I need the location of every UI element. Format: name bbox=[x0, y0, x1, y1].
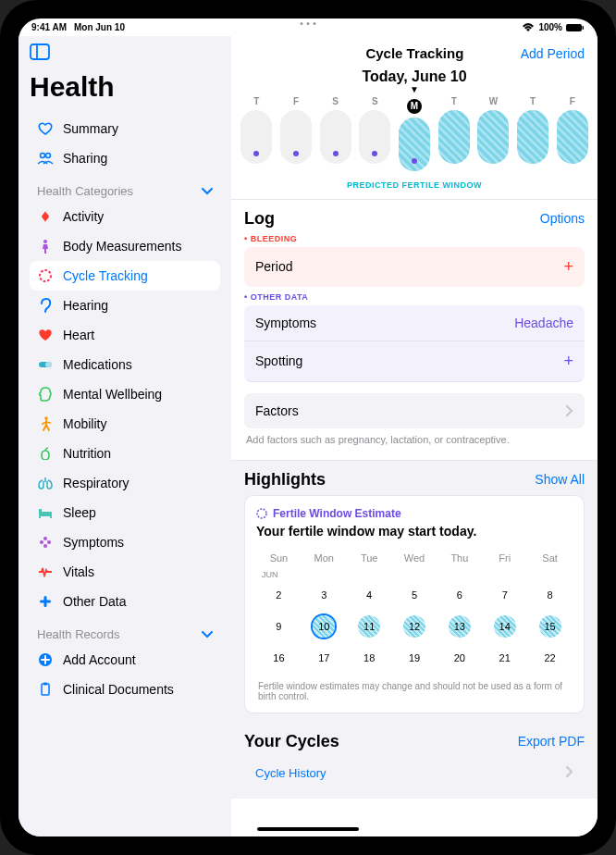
category-icon bbox=[37, 415, 54, 432]
calendar-day-cell[interactable]: 14 bbox=[482, 611, 527, 642]
calendar-day: 2 bbox=[267, 584, 290, 606]
calendar-day-cell[interactable]: 16 bbox=[256, 642, 302, 674]
sidebar-item-symptoms[interactable]: Symptoms bbox=[30, 527, 220, 557]
sidebar: Health Summary Sharing Health Categories bbox=[18, 36, 231, 836]
calendar-day-cell[interactable]: 20 bbox=[437, 642, 482, 674]
cycle-dot bbox=[372, 151, 377, 156]
week-day-cell[interactable]: T bbox=[434, 96, 474, 171]
export-pdf-button[interactable]: Export PDF bbox=[518, 734, 585, 749]
calendar-day-cell[interactable]: 17 bbox=[302, 642, 347, 674]
log-factors-row[interactable]: Factors bbox=[244, 393, 585, 428]
sidebar-item-label: Summary bbox=[63, 121, 118, 136]
health-categories-header[interactable]: Health Categories bbox=[30, 173, 220, 202]
cycle-dot bbox=[293, 151, 299, 156]
sidebar-item-vitals[interactable]: Vitals bbox=[30, 557, 220, 587]
show-all-button[interactable]: Show All bbox=[535, 472, 585, 487]
battery-icon bbox=[566, 23, 585, 32]
sidebar-item-mental-wellbeing[interactable]: Mental Wellbeing bbox=[30, 379, 220, 409]
log-options-button[interactable]: Options bbox=[540, 211, 585, 226]
calendar-day-cell[interactable]: 2 bbox=[256, 579, 302, 611]
add-period-button[interactable]: Add Period bbox=[521, 46, 585, 61]
day-letter: W bbox=[474, 96, 513, 106]
sidebar-item-medications[interactable]: Medications bbox=[30, 350, 220, 379]
sidebar-item-cycle-tracking[interactable]: Cycle Tracking bbox=[30, 261, 220, 291]
home-indicator[interactable] bbox=[257, 827, 359, 831]
sidebar-item-heart[interactable]: Heart bbox=[30, 320, 220, 350]
highlights-title: Highlights bbox=[244, 470, 326, 489]
calendar-day-cell[interactable]: 19 bbox=[392, 642, 437, 674]
calendar-day-cell[interactable]: 9 bbox=[256, 611, 302, 642]
sidebar-item-other-data[interactable]: Other Data bbox=[30, 587, 220, 616]
calendar-day-cell[interactable]: 22 bbox=[527, 642, 573, 674]
week-day-cell[interactable]: W bbox=[474, 96, 513, 171]
sidebar-toggle-icon[interactable] bbox=[30, 43, 220, 60]
calendar-day: 22 bbox=[539, 647, 561, 669]
health-records-header[interactable]: Health Records bbox=[30, 616, 220, 645]
day-letter: S bbox=[355, 96, 395, 106]
day-letter: S bbox=[315, 96, 355, 106]
svg-rect-0 bbox=[566, 24, 582, 31]
calendar-row: 16171819202122 bbox=[256, 642, 573, 674]
sidebar-item-label: Mobility bbox=[63, 416, 106, 431]
calendar-day-cell[interactable]: 4 bbox=[347, 579, 392, 611]
sidebar-item-sleep[interactable]: Sleep bbox=[30, 498, 220, 527]
heart-outline-icon bbox=[37, 120, 54, 137]
calendar-day: 16 bbox=[267, 647, 290, 669]
category-icon bbox=[37, 356, 54, 373]
week-day-cell[interactable]: S bbox=[315, 96, 355, 171]
calendar-day-cell[interactable]: 6 bbox=[437, 579, 482, 611]
calendar-day-cell[interactable]: 10 bbox=[302, 611, 347, 642]
week-strip[interactable]: TFSSMTWTF bbox=[231, 93, 598, 175]
calendar-day-cell[interactable]: 7 bbox=[482, 579, 527, 611]
sidebar-item-mobility[interactable]: Mobility bbox=[30, 409, 220, 439]
cycle-dot bbox=[253, 151, 259, 156]
log-spotting-row[interactable]: Spotting + bbox=[244, 341, 585, 382]
calendar-day-cell[interactable]: 3 bbox=[302, 579, 347, 611]
svg-point-24 bbox=[257, 509, 266, 518]
log-period-row[interactable]: Period + bbox=[244, 247, 585, 287]
chevron-down-icon bbox=[202, 188, 213, 195]
cycle-pill bbox=[438, 110, 470, 164]
calendar-day-cell[interactable]: 12 bbox=[392, 611, 437, 642]
cycle-history-row[interactable]: Cycle History bbox=[244, 757, 585, 789]
week-day-cell[interactable]: S bbox=[355, 96, 395, 171]
sidebar-item-body-measurements[interactable]: Body Measurements bbox=[30, 231, 220, 261]
sidebar-item-nutrition[interactable]: Nutrition bbox=[30, 439, 220, 468]
calendar-day-cell[interactable]: 21 bbox=[482, 642, 527, 674]
calendar-day: 7 bbox=[494, 584, 516, 606]
plus-icon: + bbox=[563, 352, 573, 371]
record-icon bbox=[37, 681, 54, 698]
week-day-cell[interactable]: T bbox=[237, 96, 277, 171]
week-day-cell[interactable]: F bbox=[277, 96, 316, 171]
week-day-cell[interactable]: M bbox=[395, 96, 435, 171]
cycle-pill bbox=[240, 110, 272, 164]
sidebar-item-label: Sleep bbox=[63, 505, 96, 520]
sidebar-item-activity[interactable]: Activity bbox=[30, 202, 220, 231]
highlight-card[interactable]: Fertile Window Estimate Your fertile win… bbox=[244, 495, 585, 713]
calendar-day-cell[interactable]: 5 bbox=[392, 579, 437, 611]
cycle-pill bbox=[517, 110, 548, 164]
calendar-day-cell[interactable]: 11 bbox=[347, 611, 392, 642]
log-symptoms-row[interactable]: Symptoms Headache bbox=[244, 305, 585, 341]
day-letter: F bbox=[277, 96, 316, 106]
sidebar-item-respiratory[interactable]: Respiratory bbox=[30, 468, 220, 498]
highlight-disclaimer: Fertile window estimates may change and … bbox=[256, 674, 573, 701]
category-icon bbox=[37, 504, 54, 521]
cycle-dot bbox=[333, 151, 339, 156]
calendar-day-cell[interactable]: 18 bbox=[347, 642, 392, 674]
sidebar-item-summary[interactable]: Summary bbox=[30, 114, 220, 143]
week-day-cell[interactable]: T bbox=[513, 96, 553, 171]
svg-point-5 bbox=[46, 154, 51, 158]
calendar-day-cell[interactable]: 15 bbox=[527, 611, 573, 642]
sidebar-item-sharing[interactable]: Sharing bbox=[30, 143, 220, 173]
calendar-day: 20 bbox=[449, 647, 471, 669]
highlight-card-label: Fertile Window Estimate bbox=[273, 507, 401, 520]
log-row-value: Headache bbox=[514, 316, 573, 330]
calendar-day-cell[interactable]: 13 bbox=[437, 611, 482, 642]
calendar-day-cell[interactable]: 8 bbox=[527, 579, 573, 611]
sidebar-item-hearing[interactable]: Hearing bbox=[30, 291, 220, 320]
sidebar-item-add-account[interactable]: Add Account bbox=[30, 645, 220, 675]
week-day-cell[interactable]: F bbox=[552, 96, 592, 171]
sidebar-item-clinical-documents[interactable]: Clinical Documents bbox=[30, 675, 220, 704]
svg-rect-2 bbox=[31, 44, 49, 59]
